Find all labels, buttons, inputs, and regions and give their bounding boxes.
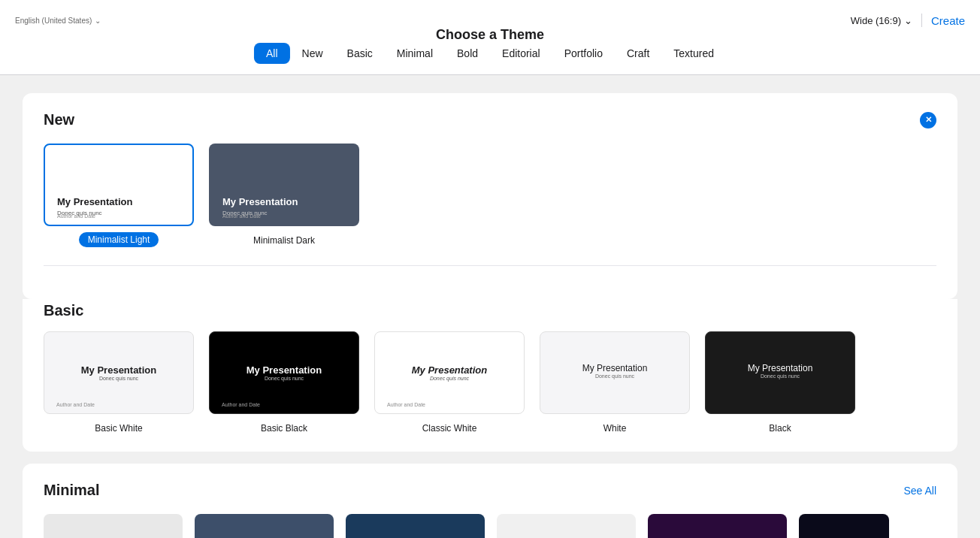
- slide-title: My Presentation: [52, 364, 186, 376]
- minimalist-light-badge: Minimalist Light: [79, 232, 159, 247]
- tab-editorial[interactable]: Editorial: [490, 43, 552, 64]
- theme-card-minimalist-dark[interactable]: My Presentation Donec quis nunc Author a…: [209, 144, 359, 247]
- theme-card-minimal-5[interactable]: My Presentation Donec quis nunc: [648, 514, 787, 538]
- basic-theme-grid: My Presentation Donec quis nunc Author a…: [44, 331, 936, 434]
- minimal-theme-grid: My Presentation Donec quis nunc My Prese…: [44, 514, 936, 538]
- basic-section-title: Basic: [44, 302, 83, 319]
- basic-black-label: Basic Black: [261, 423, 307, 434]
- aspect-ratio-selector[interactable]: Wide (16:9) ⌄: [851, 15, 912, 26]
- new-section-header: New: [44, 111, 936, 128]
- basic-white-label: Basic White: [95, 423, 142, 434]
- vertical-divider: [921, 14, 922, 27]
- header: English (United States) ⌄ Choose a Theme…: [0, 0, 980, 75]
- slide-subtitle: Donec quis nunc: [217, 376, 351, 381]
- theme-card-basic-white[interactable]: My Presentation Donec quis nunc Author a…: [44, 331, 194, 434]
- slide-title: My Presentation: [57, 196, 180, 208]
- minimal-section-header: Minimal See All: [44, 482, 936, 499]
- header-right-controls: Wide (16:9) ⌄ Create: [851, 14, 965, 27]
- theme-card-black[interactable]: My Presentation Donec quis nunc Black: [705, 331, 855, 434]
- theme-card-minimal-3[interactable]: My Presentation Donec quis nunc: [346, 514, 485, 538]
- white-label: White: [603, 423, 627, 434]
- slide-title: My Presentation: [713, 363, 847, 373]
- slide-author: Author and Date: [57, 213, 95, 219]
- slide-title: My Presentation: [222, 196, 346, 208]
- theme-card-minimal-2[interactable]: My Presentation Donec quis nunc: [195, 514, 334, 538]
- basic-section: Basic My Presentation Donec quis nunc Au…: [23, 299, 957, 452]
- minimal-section-title: Minimal: [44, 482, 99, 499]
- slide-subtitle: Donec quis nunc: [383, 376, 516, 381]
- slide-subtitle: Donec quis nunc: [713, 373, 847, 379]
- aspect-ratio-label: Wide (16:9): [851, 15, 901, 26]
- page-title: Choose a Theme: [436, 27, 544, 43]
- new-section: New My Presentation Donec quis nunc Auth…: [23, 93, 957, 299]
- basic-black-label-container: Basic Black: [261, 420, 307, 434]
- theme-card-white[interactable]: My Presentation Donec quis nunc White: [540, 331, 690, 434]
- slide-author: Author and Date: [387, 402, 425, 407]
- create-button[interactable]: Create: [931, 14, 965, 27]
- theme-card-minimalist-light[interactable]: My Presentation Donec quis nunc Author a…: [44, 144, 194, 247]
- theme-card-minimal-4[interactable]: My Presentation Donec quis nunc: [497, 514, 636, 538]
- theme-card-basic-black[interactable]: My Presentation Donec quis nunc Author a…: [209, 331, 359, 434]
- minimalist-light-label-container: Minimalist Light: [79, 232, 159, 247]
- tab-textured[interactable]: Textured: [661, 43, 726, 64]
- theme-card-classic-white[interactable]: My Presentation Donec quis nunc Author a…: [374, 331, 525, 434]
- tab-all[interactable]: All: [254, 43, 290, 64]
- basic-section-header: Basic: [44, 299, 936, 319]
- slide-subtitle: Donec quis nunc: [52, 376, 186, 381]
- white-label-container: White: [603, 420, 627, 434]
- main-content: New My Presentation Donec quis nunc Auth…: [0, 75, 980, 538]
- tab-new[interactable]: New: [290, 43, 335, 64]
- tab-basic[interactable]: Basic: [335, 43, 385, 64]
- chevron-down-icon: ⌄: [95, 17, 101, 25]
- tab-bold[interactable]: Bold: [445, 43, 490, 64]
- chevron-down-icon: ⌄: [904, 15, 912, 26]
- minimalist-dark-label: Minimalist Dark: [253, 235, 315, 246]
- theme-card-minimal-6[interactable]: My Present Donec qui: [799, 514, 889, 538]
- slide-title: My Presentation: [383, 364, 516, 376]
- basic-white-label-container: Basic White: [95, 420, 142, 434]
- slide-title: My Presentation: [548, 363, 682, 373]
- header-top-bar: English (United States) ⌄ Choose a Theme…: [0, 14, 980, 27]
- slide-author: Author and Date: [56, 402, 95, 407]
- new-section-divider: [44, 265, 936, 266]
- language-label: English (United States): [15, 17, 92, 25]
- filter-tabs: All New Basic Minimal Bold Editorial Por…: [254, 43, 726, 64]
- slide-title: My Presentation: [217, 364, 351, 376]
- minimalist-dark-label-container: Minimalist Dark: [253, 232, 315, 246]
- minimal-section: Minimal See All My Presentation Donec qu…: [23, 464, 957, 538]
- tab-minimal[interactable]: Minimal: [385, 43, 445, 64]
- slide-author: Author and Date: [222, 402, 260, 407]
- black-label-container: Black: [769, 420, 791, 434]
- tab-craft[interactable]: Craft: [615, 43, 661, 64]
- black-label: Black: [769, 423, 791, 434]
- classic-white-label-container: Classic White: [422, 420, 477, 434]
- slide-subtitle: Donec quis nunc: [548, 373, 682, 379]
- slide-author: Author and Date: [222, 213, 261, 219]
- theme-card-minimal-1[interactable]: My Presentation Donec quis nunc: [44, 514, 183, 538]
- classic-white-label: Classic White: [422, 423, 477, 434]
- new-section-close-button[interactable]: [920, 112, 936, 128]
- new-section-title: New: [44, 111, 74, 128]
- minimal-see-all-button[interactable]: See All: [903, 485, 936, 497]
- language-selector[interactable]: English (United States) ⌄: [15, 17, 101, 25]
- tab-portfolio[interactable]: Portfolio: [552, 43, 615, 64]
- new-theme-grid: My Presentation Donec quis nunc Author a…: [44, 144, 936, 247]
